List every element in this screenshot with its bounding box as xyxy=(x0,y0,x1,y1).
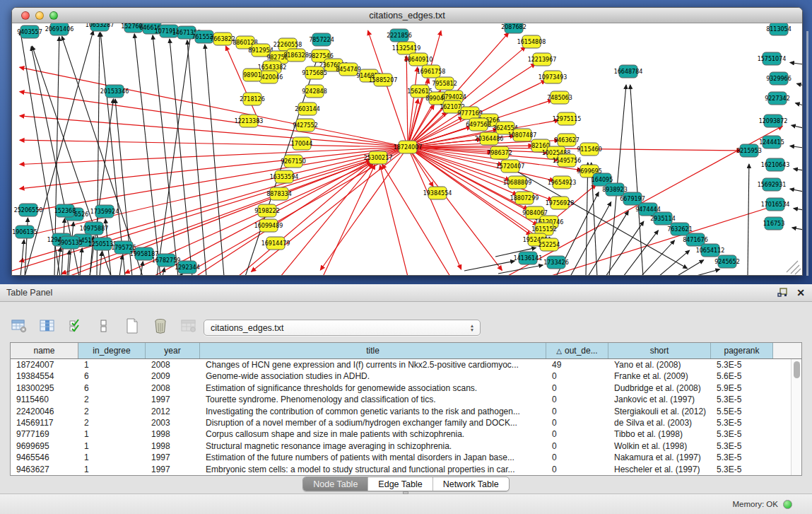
table-row[interactable]: 1872400712008Changes of HCN gene express… xyxy=(11,359,801,370)
cell-title[interactable]: Estimation of the future numbers of pati… xyxy=(200,452,546,463)
graph-node[interactable]: 9329966 xyxy=(766,72,792,85)
graph-edge[interactable] xyxy=(20,67,408,147)
graph-edge[interactable] xyxy=(20,140,408,147)
graph-edge[interactable] xyxy=(406,56,408,147)
cell-pagerank[interactable]: 5.3E-5 xyxy=(711,440,773,452)
cell-pagerank[interactable]: 5.3E-5 xyxy=(711,417,773,428)
graph-edge[interactable] xyxy=(380,165,408,275)
delete-table-icon[interactable] xyxy=(151,317,170,334)
table-row[interactable]: 1830029562008Estimation of significance … xyxy=(11,382,801,394)
graph-node[interactable]: 18640910 xyxy=(404,53,433,66)
graph-node[interactable]: 11325419 xyxy=(392,42,421,54)
graph-edge[interactable] xyxy=(630,85,643,275)
cell-name[interactable]: 19384554 xyxy=(11,370,78,382)
select-rows-icon[interactable] xyxy=(66,317,85,334)
graph-edge[interactable] xyxy=(187,40,206,275)
cell-title[interactable]: Structural magnetic resonance image aver… xyxy=(200,440,546,452)
cell-in_degree[interactable]: 2 xyxy=(78,406,146,417)
graph-node[interactable]: 16961758 xyxy=(417,65,446,78)
graph-node[interactable]: 10688809 xyxy=(503,176,532,189)
cell-title[interactable]: Changes of HCN gene expression and I(f) … xyxy=(200,359,546,370)
cell-name[interactable]: 9465546 xyxy=(11,452,78,463)
graph-node[interactable]: 12213967 xyxy=(528,53,557,66)
cell-name[interactable]: 18300295 xyxy=(11,382,78,394)
graph-edge[interactable] xyxy=(790,63,802,65)
graph-edge[interactable] xyxy=(748,164,749,275)
graph-node[interactable]: 9242848 xyxy=(302,85,327,98)
column-header-name[interactable]: name xyxy=(11,343,78,358)
close-panel-icon[interactable]: ✕ xyxy=(796,287,805,298)
cell-year[interactable]: 2003 xyxy=(146,417,200,428)
network-canvas[interactable]: 9403557206914061065328715276026466161107… xyxy=(12,23,802,275)
cell-in_degree[interactable]: 1 xyxy=(78,452,146,463)
graph-node[interactable]: 8113054 xyxy=(766,23,792,35)
graph-node[interactable]: 116753 xyxy=(763,217,785,230)
cell-year[interactable]: 2008 xyxy=(146,359,200,370)
cell-out_de[interactable]: 49 xyxy=(546,359,608,370)
cell-in_degree[interactable]: 6 xyxy=(78,382,146,394)
graph-edge[interactable] xyxy=(69,160,371,275)
graph-node[interactable]: 8878334 xyxy=(266,187,292,200)
graph-node[interactable]: 8186328 xyxy=(283,49,309,62)
cell-out_de[interactable]: 0 xyxy=(546,370,608,382)
graph-edge[interactable] xyxy=(790,146,802,148)
graph-node[interactable]: 1292344 xyxy=(175,261,200,274)
cell-out_de[interactable]: 0 xyxy=(546,428,608,440)
column-header-year[interactable]: year xyxy=(146,343,200,358)
cell-short[interactable]: Yano et al. (2008) xyxy=(608,359,711,370)
cell-short[interactable]: Franke et al. (2009) xyxy=(608,370,711,382)
cell-year[interactable]: 1998 xyxy=(146,440,200,452)
column-header-in_degree[interactable]: in_degree xyxy=(78,343,146,358)
graph-node[interactable]: 2221856 xyxy=(387,29,412,42)
cell-year[interactable]: 2012 xyxy=(146,406,200,417)
cell-title[interactable]: Tourette syndrome. Phenomenology and cla… xyxy=(200,394,546,405)
cell-out_de[interactable]: 0 xyxy=(546,406,608,417)
graph-node[interactable]: 152368 xyxy=(54,204,76,217)
cell-pagerank[interactable]: 5.3E-5 xyxy=(711,359,773,370)
graph-edge[interactable] xyxy=(586,163,588,275)
cell-short[interactable]: Tibbo et al. (1998) xyxy=(608,428,711,440)
cell-out_de[interactable]: 0 xyxy=(546,394,608,405)
cell-out_de[interactable]: 0 xyxy=(546,417,608,428)
graph-node[interactable]: 8215953 xyxy=(736,144,762,157)
graph-edge[interactable] xyxy=(792,125,802,128)
cell-in_degree[interactable]: 2 xyxy=(78,417,146,428)
graph-node[interactable]: 98901 xyxy=(243,69,261,81)
graph-node[interactable]: 12093872 xyxy=(759,115,788,127)
graph-node[interactable]: 9245652 xyxy=(714,255,740,268)
cell-pagerank[interactable]: 5.9E-5 xyxy=(711,382,773,394)
graph-node[interactable]: 15751074 xyxy=(758,52,787,65)
cell-name[interactable]: 22420046 xyxy=(11,406,78,417)
graph-node[interactable]: 1906135 xyxy=(12,226,37,238)
table-source-select[interactable]: citations_edges.txt ▲▼ xyxy=(204,320,481,336)
cell-year[interactable]: 2009 xyxy=(146,370,200,382)
graph-node[interactable]: 9427552 xyxy=(293,119,318,132)
canvas-resize-grip[interactable] xyxy=(787,261,801,274)
graph-node[interactable]: 9267150 xyxy=(281,155,306,168)
graph-edge[interactable] xyxy=(794,209,802,210)
graph-node[interactable]: 17359924 xyxy=(90,205,119,218)
show-column-icon[interactable] xyxy=(38,317,57,334)
cell-title[interactable]: Corpus callosum shape and size in male p… xyxy=(200,428,546,440)
graph-node[interactable]: 7986372 xyxy=(487,146,512,159)
cell-name[interactable]: 9463627 xyxy=(11,464,78,475)
cell-short[interactable]: Hescheler et al. (1997) xyxy=(608,464,711,475)
graph-node[interactable]: 10653287 xyxy=(86,23,114,31)
tab-node-table[interactable]: Node Table xyxy=(303,477,368,491)
cell-title[interactable]: Genome-wide association studies in ADHD. xyxy=(200,370,546,382)
table-row[interactable]: 946362711997Embryonic stem cells: a mode… xyxy=(11,464,801,475)
table-row[interactable]: 911546021997Tourette syndrome. Phenomeno… xyxy=(11,394,801,405)
table-row[interactable]: 969969511998Structural magnetic resonanc… xyxy=(11,440,801,452)
cell-title[interactable]: Estimation of significance thresholds fo… xyxy=(200,382,546,394)
graph-edge[interactable] xyxy=(641,240,675,275)
table-row[interactable]: 946554611997Estimation of the future num… xyxy=(11,452,801,463)
graph-node[interactable]: 2603144 xyxy=(295,103,320,115)
cell-name[interactable]: 18724007 xyxy=(11,359,78,370)
column-header-pagerank[interactable]: pagerank xyxy=(711,343,773,358)
graph-node[interactable]: 15692931 xyxy=(758,178,787,191)
table-scrollbar[interactable] xyxy=(791,359,801,476)
graph-edge[interactable] xyxy=(498,265,543,274)
graph-node[interactable]: 2935114 xyxy=(650,212,676,225)
scrollbar-thumb[interactable] xyxy=(794,361,800,378)
graph-node[interactable]: 6497568 xyxy=(466,118,491,131)
